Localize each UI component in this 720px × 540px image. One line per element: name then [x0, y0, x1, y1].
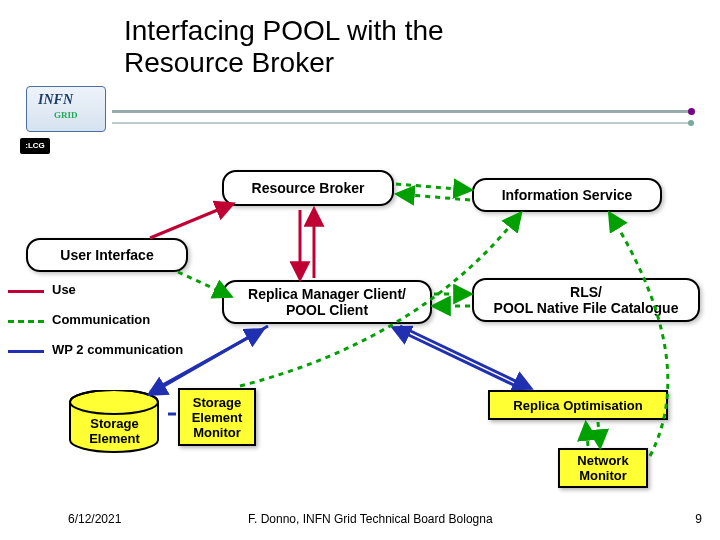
svg-line-6	[398, 194, 470, 200]
node-resource-broker: Resource Broker	[222, 170, 394, 206]
legend-wp2-line	[8, 350, 44, 353]
logo-block: INFN GRID :LCG	[20, 80, 110, 165]
node-replica-opt: Replica Optimisation	[488, 390, 668, 420]
footer-date: 6/12/2021	[68, 512, 121, 526]
footer-author: F. Donno, INFN Grid Technical Board Bolo…	[248, 512, 493, 526]
svg-line-10	[150, 326, 268, 394]
svg-line-13	[394, 328, 520, 388]
node-rls: RLS/ POOL Native File Catalogue	[472, 278, 700, 322]
node-se-monitor: Storage Element Monitor	[178, 388, 256, 446]
svg-line-11	[150, 330, 262, 392]
node-replica-manager: Replica Manager Client/ POOL Client	[222, 280, 432, 324]
legend-use-label: Use	[52, 282, 76, 297]
title-rule-dot-1	[688, 108, 695, 115]
node-information-service: Information Service	[472, 178, 662, 212]
svg-line-2	[150, 204, 232, 238]
node-user-interface: User Interface	[26, 238, 188, 272]
footer-page: 9	[695, 512, 702, 526]
node-network-monitor: Network Monitor	[558, 448, 648, 488]
svg-line-15	[586, 424, 588, 446]
svg-line-14	[598, 422, 600, 446]
svg-line-5	[396, 184, 470, 190]
node-storage-element: Storage Element	[62, 390, 167, 460]
legend-use-line	[8, 290, 44, 293]
slide-title-line1: Interfacing POOL with the	[124, 16, 444, 47]
legend-comm-label: Communication	[52, 312, 150, 327]
title-rule-2	[112, 122, 692, 124]
slide-title-line2: Resource Broker	[124, 48, 334, 79]
title-rule-1	[112, 110, 692, 113]
title-rule-dot-2	[688, 120, 694, 126]
svg-line-12	[400, 326, 530, 388]
legend-wp2-label: WP 2 communication	[52, 342, 183, 357]
legend-comm-line	[8, 320, 44, 323]
